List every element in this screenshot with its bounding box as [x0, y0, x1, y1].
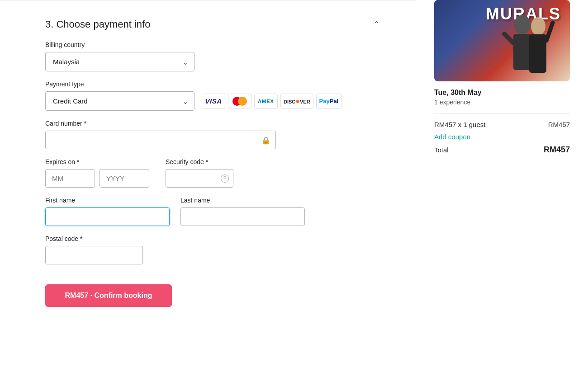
total-value: RM457: [544, 145, 570, 155]
first-name-group: First name: [45, 197, 170, 226]
postal-code-label: Postal code *: [45, 235, 380, 242]
total-row: Total RM457: [434, 145, 570, 155]
svg-point-0: [514, 15, 531, 35]
payment-type-row: Credit Card ⌄ VISA: [45, 91, 380, 111]
billing-country-label: Billing country: [45, 41, 380, 48]
collapse-icon[interactable]: ⌃: [373, 19, 380, 29]
divider: [434, 113, 570, 113]
card-number-label: Card number *: [45, 120, 380, 127]
price-value: RM457: [548, 121, 570, 128]
postal-code-input[interactable]: [45, 246, 143, 264]
name-row: First name Last name: [45, 197, 380, 226]
expires-yyyy-input[interactable]: [100, 169, 149, 188]
billing-country-select[interactable]: Malaysia: [45, 52, 194, 71]
price-label: RM457 x 1 guest: [434, 121, 485, 128]
security-label: Security code *: [166, 158, 233, 165]
payment-type-group: Payment type Credit Card ⌄ VISA: [45, 80, 380, 111]
left-panel: 3. Choose payment info ⌃ Billing country…: [0, 0, 416, 372]
payment-type-select[interactable]: Credit Card: [45, 91, 194, 111]
security-group: Security code * ?: [166, 158, 233, 188]
section-title-text: Choose payment info: [56, 19, 150, 30]
postal-code-group: Postal code *: [45, 235, 380, 264]
add-coupon-link[interactable]: Add coupon: [434, 133, 570, 141]
section-header: 3. Choose payment info ⌃: [45, 19, 380, 30]
event-desc: 1 experience: [434, 99, 570, 106]
card-number-group: Card number * 🔒: [45, 120, 380, 149]
first-name-input[interactable]: [45, 207, 170, 226]
expires-label: Expires on *: [45, 158, 149, 165]
total-label: Total: [434, 146, 449, 154]
payment-type-select-wrapper: Credit Card ⌄: [45, 91, 194, 111]
billing-country-select-wrapper: Malaysia ⌄: [45, 52, 194, 71]
mc-orange-circle: [238, 97, 247, 106]
event-date: Tue, 30th May: [434, 89, 570, 97]
mastercard-icon: [228, 94, 251, 109]
event-info: Tue, 30th May 1 experience: [434, 89, 570, 106]
card-number-input[interactable]: [45, 131, 276, 149]
svg-rect-4: [529, 34, 546, 73]
expires-mm-input[interactable]: [45, 169, 95, 188]
discover-icon: DISC●VER: [280, 94, 313, 109]
svg-rect-1: [513, 34, 531, 70]
right-panel: MURALS Tue, 30th May 1 experience: [416, 0, 588, 372]
price-row: RM457 x 1 guest RM457: [434, 121, 570, 128]
last-name-group: Last name: [180, 197, 305, 226]
event-image: MURALS: [434, 0, 570, 81]
section-number: 3.: [45, 19, 53, 30]
card-icons: VISA AMEX DISC●VER P: [202, 94, 341, 109]
people-silhouette: [502, 9, 556, 81]
lock-icon: 🔒: [261, 136, 270, 144]
card-number-wrapper: 🔒: [45, 131, 276, 149]
svg-line-5: [546, 23, 553, 41]
payment-type-label: Payment type: [45, 80, 380, 88]
svg-line-2: [504, 34, 513, 43]
last-name-input[interactable]: [180, 207, 305, 226]
amex-icon: AMEX: [254, 94, 278, 109]
confirm-booking-button[interactable]: RM457 · Confirm booking: [45, 284, 172, 307]
security-help-icon[interactable]: ?: [221, 174, 229, 183]
section-title: 3. Choose payment info: [45, 19, 150, 30]
security-input-wrapper: ?: [166, 169, 233, 188]
expires-group: Expires on *: [45, 158, 149, 188]
first-name-label: First name: [45, 197, 170, 204]
billing-country-group: Billing country Malaysia ⌄: [45, 41, 380, 71]
expires-security-row: Expires on * Security code * ?: [45, 158, 380, 188]
expires-inputs: [45, 169, 149, 188]
paypal-icon: PayPal: [316, 94, 342, 109]
svg-point-3: [531, 17, 545, 35]
last-name-label: Last name: [180, 197, 305, 204]
visa-icon: VISA: [202, 94, 225, 109]
